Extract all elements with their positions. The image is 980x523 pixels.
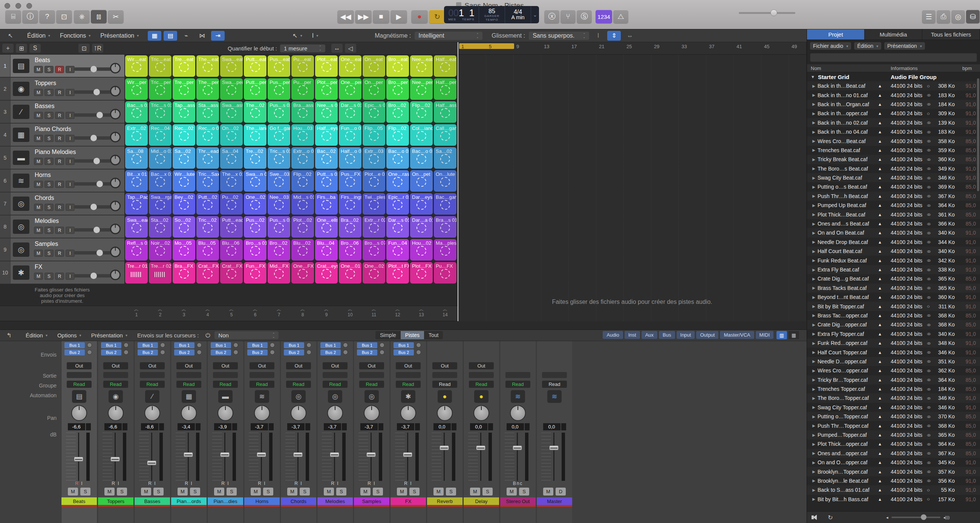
toolbar-icon[interactable]: ⊡ — [56, 10, 72, 23]
solo-button[interactable]: S — [117, 488, 127, 496]
output-button[interactable]: Out — [469, 362, 494, 369]
track-m-button[interactable]: M — [34, 135, 43, 142]
solo-button[interactable]: S — [190, 488, 200, 496]
track-header-toppers[interactable]: 2◉ToppersMSRI — [0, 78, 124, 100]
loop-cell[interactable]: The…iano — [244, 124, 266, 146]
track-i-button[interactable]: I — [65, 158, 75, 165]
forward-button[interactable]: ▶▶ — [355, 10, 372, 23]
db-value[interactable]: 0,0 — [543, 423, 560, 430]
send-level-knob[interactable] — [233, 350, 238, 355]
waveform-zoom-icon[interactable]: ⦚ — [592, 31, 605, 41]
loop-cell[interactable]: Thr…ead — [196, 147, 219, 169]
pan-knob[interactable] — [473, 405, 489, 421]
loop-cell[interactable]: Swa…per — [220, 78, 243, 100]
loop-cell[interactable]: Blu…02 — [291, 239, 314, 261]
channel-strip-reverb[interactable]: OutRead●0,0MSReverb — [427, 341, 463, 523]
mixer-mode-pistes[interactable]: Pistes — [401, 331, 424, 339]
scene-trigger-2[interactable]: ︿2 — [149, 306, 172, 322]
loop-cell[interactable]: On…per — [363, 78, 385, 100]
mute-button[interactable]: M — [178, 488, 188, 496]
play-file-icon[interactable]: ▶ — [810, 497, 818, 501]
audio-file-row[interactable]: ▶Plot Thick…opper.caf▲44100 24 bits○○364… — [807, 439, 980, 449]
play-file-icon[interactable]: ▶ — [810, 423, 818, 428]
mixer-filter-master-vca[interactable]: Master/VCA — [720, 331, 754, 339]
play-file-icon[interactable]: ▶ — [810, 166, 818, 171]
audio-file-row[interactable]: ▶Back in th…no 02.caf▲44100 24 bits○○139… — [807, 118, 980, 127]
play-file-icon[interactable]: ▶ — [810, 212, 818, 217]
play-file-icon[interactable]: ▶ — [810, 111, 818, 116]
play-file-icon[interactable]: ▶ — [810, 295, 818, 300]
pan-knob[interactable] — [254, 405, 270, 421]
loop-cell[interactable]: Rec…02 — [173, 124, 195, 146]
no-overlap-icon[interactable]: ⓧ — [544, 10, 559, 23]
browser-tab-multimédia[interactable]: Multimédia — [865, 29, 922, 40]
loop-cell[interactable]: Blu…05 — [196, 239, 219, 261]
mute-button[interactable]: M — [287, 488, 298, 496]
send-level-knob[interactable] — [87, 350, 92, 355]
audio-file-row[interactable]: ▶Crate Dig…opper.caf▲44100 24 bits○○368 … — [807, 320, 980, 329]
fader-area[interactable] — [61, 433, 97, 481]
loop-cell[interactable]: One…02 — [363, 262, 385, 284]
loop-cell[interactable]: Extr…o 01 — [291, 147, 314, 169]
loop-cell[interactable]: Swa…eat — [220, 55, 243, 77]
solo-button[interactable]: S — [446, 488, 456, 496]
automation-mode-button[interactable]: Read — [286, 381, 311, 388]
automation-mode-button[interactable]: Read — [250, 381, 274, 388]
play-file-icon[interactable]: ▶ — [810, 185, 818, 189]
automation-mode-button[interactable]: Read — [67, 381, 92, 388]
loop-cell[interactable]: One…rass — [387, 170, 409, 192]
sends-on-faders-dropdown[interactable]: Non⌃⌄ — [215, 331, 278, 339]
prelisten-icon[interactable] — [811, 515, 817, 520]
track-s-button[interactable]: S — [45, 273, 54, 280]
audio-file-row[interactable]: ▶Needle Drop Beat.caf▲44100 24 bits○○344… — [807, 238, 980, 247]
pan-knob[interactable] — [144, 405, 160, 421]
track-pan-knob[interactable] — [110, 132, 121, 142]
tracks-view-icon[interactable]: ▤ — [164, 31, 177, 41]
scene-trigger-9[interactable]: ︿9 — [315, 306, 338, 322]
send-level-knob[interactable] — [343, 342, 348, 347]
track-i-button[interactable]: I — [65, 66, 75, 73]
loop-cell[interactable]: Pu…per — [291, 78, 314, 100]
loop-cell[interactable]: Blu…04 — [315, 239, 338, 261]
play-file-icon[interactable]: ▶ — [810, 194, 818, 198]
loop-cell[interactable]: Crat…eys — [315, 262, 338, 284]
channel-name-label[interactable]: Toppers — [98, 498, 134, 505]
tuner-icon[interactable]: ⑂ — [560, 10, 576, 23]
scene-trigger-7[interactable]: ︿7 — [267, 306, 290, 322]
group-slot[interactable] — [359, 372, 384, 378]
loop-cell[interactable]: On…02 — [220, 124, 243, 146]
track-volume-slider[interactable] — [74, 228, 113, 231]
loop-cell[interactable]: Mid…s 01 — [291, 193, 314, 215]
loop-cell[interactable]: Crat…FX — [196, 262, 219, 284]
loop-cell[interactable]: Extr…03 — [363, 147, 385, 169]
send-bus-button[interactable]: Bus 2 — [320, 349, 341, 355]
mixer-filter-buttons[interactable]: AudioInstAuxBusInputOutputMaster/VCAMIDI — [603, 331, 773, 339]
audio-file-row[interactable]: ▶Tricky Br…Topper.caf▲44100 24 bits○○364… — [807, 376, 980, 384]
loop-cell[interactable]: Refl…s 01 — [125, 239, 148, 261]
solo-icon[interactable]: Ⓢ — [577, 10, 592, 23]
loop-cell[interactable]: One…02 — [244, 193, 266, 215]
playhead[interactable] — [458, 42, 458, 321]
loop-cell[interactable]: Tre…r 01 — [125, 262, 148, 284]
loop-cell[interactable]: Pus…eat — [267, 55, 290, 77]
browser-menu-présentation[interactable]: Présentation▾ — [884, 42, 925, 50]
track-m-button[interactable]: M — [34, 227, 43, 234]
track-pan-knob[interactable] — [110, 63, 121, 73]
db-value[interactable]: -3,9 — [214, 423, 231, 430]
audio-file-row[interactable]: ▶Back in th…Organ.caf▲44100 24 bits○○184… — [807, 100, 980, 109]
loop-cell[interactable]: Sa…02 — [173, 147, 195, 169]
loop-cell[interactable]: Bro…eat — [387, 55, 409, 77]
audio-file-row[interactable]: ▶Pumped Up Beat.caf▲44100 24 bits○○364 K… — [807, 201, 980, 210]
channel-strip-master[interactable]: Read≋0,0MDMaster — [536, 341, 572, 523]
note-pads-icon[interactable]: ⎙ — [937, 10, 950, 23]
apple-loops-icon[interactable]: ◎ — [951, 10, 965, 23]
loop-cell[interactable]: Bac…gan — [434, 193, 457, 215]
record-button[interactable]: ● — [411, 10, 428, 23]
mixer-menu-presentation[interactable]: Présentation▾ — [91, 332, 127, 339]
metronome-icon[interactable]: ⧍ — [613, 10, 628, 23]
group-slot[interactable] — [140, 372, 165, 378]
fader-area[interactable] — [244, 433, 280, 481]
horizontal-zoom-icon[interactable]: ⇔ — [623, 31, 636, 41]
track-i-button[interactable]: I — [65, 181, 75, 188]
magnetisme-dropdown[interactable]: Intelligent⌃⌄ — [415, 32, 482, 40]
